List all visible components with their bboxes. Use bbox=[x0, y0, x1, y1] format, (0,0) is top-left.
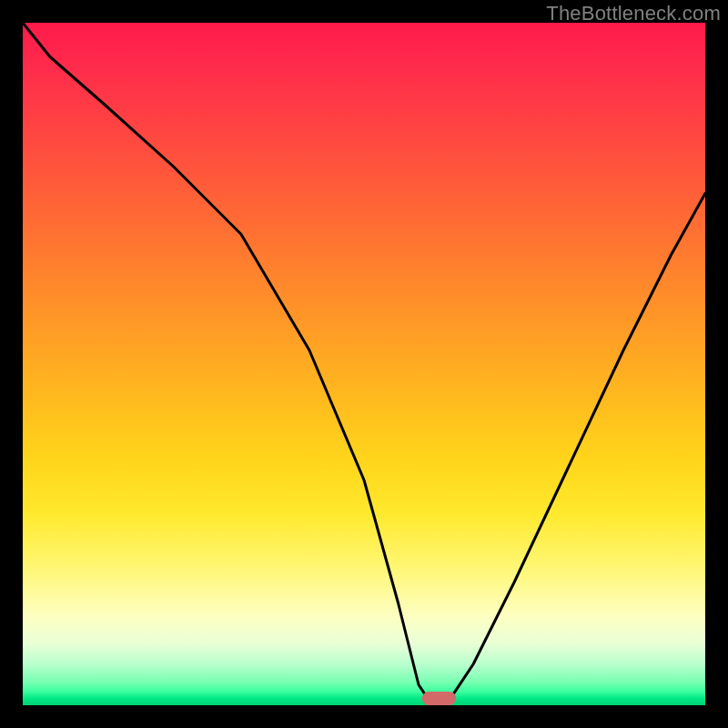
plot-area bbox=[23, 23, 705, 705]
watermark-text: TheBottleneck.com bbox=[546, 2, 721, 25]
bottleneck-curve bbox=[23, 23, 705, 705]
chart-frame: TheBottleneck.com bbox=[0, 0, 728, 728]
optimal-marker bbox=[422, 692, 457, 705]
chart-overlay bbox=[23, 23, 705, 705]
